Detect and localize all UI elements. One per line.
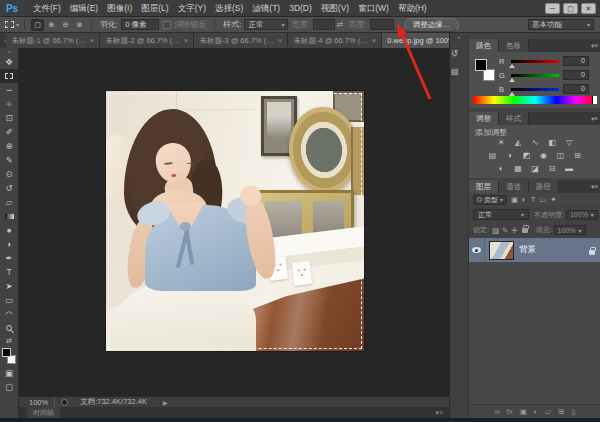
tool-preset-icon[interactable] <box>5 21 14 28</box>
tab-color[interactable]: 颜色 <box>469 39 499 52</box>
tab-channels[interactable]: 通道 <box>499 180 529 193</box>
menu-edit[interactable]: 编辑(E) <box>70 0 98 17</box>
swap-colors-icon[interactable]: ⇄ <box>0 335 19 346</box>
panel-menu-icon[interactable]: ▾≡ <box>591 180 600 193</box>
clone-stamp-tool[interactable]: ⊙ <box>0 167 19 181</box>
quick-selection-tool[interactable]: ✧ <box>0 97 19 111</box>
menu-select[interactable]: 选择(S) <box>215 0 243 17</box>
foreground-color-swatch[interactable] <box>2 348 11 357</box>
tab-layers[interactable]: 图层 <box>469 180 499 193</box>
layer-mask-icon[interactable]: ▣ <box>520 407 527 416</box>
filter-smart-objects-icon[interactable]: ✦ <box>550 195 556 204</box>
green-slider[interactable] <box>511 74 559 77</box>
history-brush-tool[interactable]: ↺ <box>0 181 19 195</box>
tab-swatches[interactable]: 色板 <box>499 39 529 52</box>
style-select[interactable]: 正常 ▾ <box>244 19 288 30</box>
layer-row-background[interactable]: 背景 <box>469 238 600 262</box>
timeline-menu-icon[interactable]: ▾≡ <box>435 409 443 417</box>
foreground-background-swatches[interactable] <box>1 348 17 364</box>
lock-position-icon[interactable]: ✛ <box>511 226 517 235</box>
pen-tool[interactable]: ✒ <box>0 251 19 265</box>
blue-slider[interactable] <box>511 88 559 91</box>
type-tool[interactable]: T <box>0 265 19 279</box>
close-icon[interactable]: × <box>278 36 283 45</box>
collapse-toolbar-icon[interactable]: « <box>7 48 10 55</box>
color-lookup-icon[interactable]: ⊞ <box>572 151 584 161</box>
layer-style-icon[interactable]: fx <box>507 407 513 416</box>
close-icon[interactable]: × <box>90 36 95 45</box>
hue-saturation-icon[interactable]: ▤ <box>487 151 499 161</box>
menu-image[interactable]: 图像(I) <box>107 0 132 17</box>
vibrance-icon[interactable]: ▽ <box>563 138 575 148</box>
new-layer-icon[interactable]: ⊞ <box>558 407 564 416</box>
panel-menu-icon[interactable]: ▾≡ <box>591 39 600 52</box>
refine-edge-button[interactable]: 调整边缘… <box>404 18 460 32</box>
slider-marker-icon[interactable] <box>509 64 515 68</box>
tab-timeline[interactable]: 时间轴 <box>27 407 60 418</box>
maximize-button[interactable]: ▢ <box>563 3 578 14</box>
new-selection-button[interactable]: ▢ <box>31 19 44 31</box>
filter-adjustment-layers-icon[interactable]: ◐ <box>522 195 527 204</box>
fill-field[interactable]: 100% ▾ <box>554 225 586 235</box>
menu-layer[interactable]: 图层(L) <box>141 0 168 17</box>
expand-panels-icon[interactable]: « <box>450 33 468 42</box>
tab-untitled-4[interactable]: 未标题-4 @ 66.7% (… × <box>288 33 382 48</box>
opacity-field[interactable]: 100% ▾ <box>566 210 598 220</box>
selective-color-icon[interactable]: ⊟ <box>546 164 558 174</box>
tab-adjustments[interactable]: 调整 <box>469 112 499 125</box>
blue-value-field[interactable]: 0 <box>563 84 589 94</box>
tab-untitled-2[interactable]: 未标题-2 @ 66.7% (… × <box>100 33 194 48</box>
hand-tool[interactable]: ◠ <box>0 307 19 321</box>
rectangular-marquee-tool[interactable] <box>0 69 19 83</box>
menu-filter[interactable]: 滤镜(T) <box>252 0 280 17</box>
menu-file[interactable]: 文件(F) <box>33 0 61 17</box>
delete-layer-icon[interactable]: ▯ <box>571 407 575 416</box>
link-layers-icon[interactable]: ∞ <box>494 407 499 416</box>
eyedropper-tool[interactable]: ✐ <box>0 125 19 139</box>
color-spectrum-ramp[interactable] <box>473 96 597 104</box>
adjustment-layer-icon[interactable]: ◐ <box>534 407 539 416</box>
spot-healing-brush-tool[interactable]: ⊕ <box>0 139 19 153</box>
red-slider[interactable] <box>511 60 559 63</box>
levels-icon[interactable]: ◭ <box>512 138 524 148</box>
layer-group-icon[interactable]: ▱ <box>545 407 551 416</box>
eraser-tool[interactable]: ▱ <box>0 195 19 209</box>
screen-mode-button[interactable]: ▢ <box>0 380 19 394</box>
layer-thumbnail[interactable] <box>489 241 514 260</box>
close-button[interactable]: ✕ <box>581 3 596 14</box>
menu-window[interactable]: 窗口(W) <box>358 0 389 17</box>
lock-all-icon[interactable] <box>522 228 528 233</box>
minimize-button[interactable]: ─ <box>545 3 560 14</box>
workspace-select[interactable]: 基本功能 ▾ <box>528 19 594 30</box>
blend-mode-select[interactable]: 正常 ▾ <box>473 209 529 220</box>
tab-untitled-1[interactable]: 未标题-1 @ 66.7% (… × <box>6 33 100 48</box>
foreground-color-swatch[interactable] <box>475 59 487 71</box>
spectrum-white-end[interactable] <box>592 96 597 104</box>
tab-untitled-3[interactable]: 未标题-3 @ 66.7% (… × <box>194 33 288 48</box>
width-input[interactable] <box>313 19 335 30</box>
add-selection-button[interactable]: ⊕ <box>45 19 58 31</box>
height-input[interactable] <box>370 19 394 30</box>
color-balance-icon[interactable]: ◑ <box>504 151 516 161</box>
gradient-tool[interactable] <box>0 209 19 223</box>
brightness-contrast-icon[interactable]: ☀ <box>495 138 507 148</box>
gradient-map-icon[interactable]: ▬ <box>563 164 575 174</box>
menu-help[interactable]: 帮助(H) <box>398 0 427 17</box>
close-icon[interactable]: × <box>372 36 377 45</box>
lock-pixels-icon[interactable]: ✎ <box>502 226 508 235</box>
menu-3d[interactable]: 3D(D) <box>289 0 312 17</box>
menu-type[interactable]: 文字(Y) <box>178 0 206 17</box>
subtract-selection-button[interactable]: ⊖ <box>59 19 72 31</box>
document-canvas[interactable] <box>106 91 364 351</box>
layer-visibility-cell[interactable] <box>469 238 485 262</box>
history-panel-icon[interactable]: ↺ <box>450 48 459 59</box>
move-tool[interactable]: ✥ <box>0 55 19 69</box>
tab-paths[interactable]: 路径 <box>529 180 559 193</box>
filter-shape-layers-icon[interactable]: ▭ <box>539 195 546 204</box>
dodge-tool[interactable]: ◗ <box>0 237 19 251</box>
channel-mixer-icon[interactable]: ◫ <box>555 151 567 161</box>
exposure-icon[interactable]: ◧ <box>546 138 558 148</box>
slider-marker-icon[interactable] <box>509 78 515 82</box>
lock-transparency-icon[interactable]: ▨ <box>492 226 499 235</box>
close-icon[interactable]: × <box>184 36 189 45</box>
